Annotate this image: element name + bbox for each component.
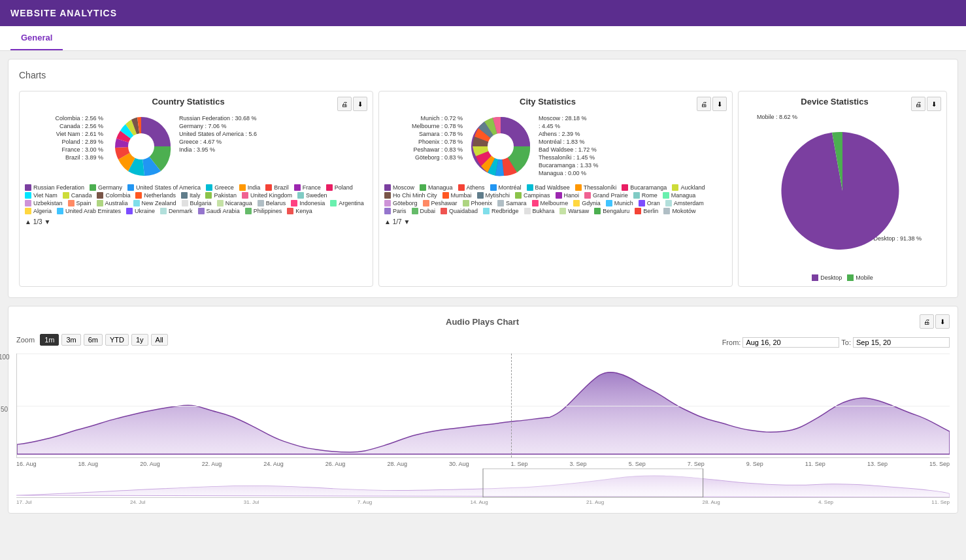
city-chart-actions: 🖨 ⬇ xyxy=(697,97,727,111)
y-label-50: 50 xyxy=(1,406,8,413)
legend-oran: Oran xyxy=(639,200,660,206)
city-legend: Moscow Managua Athens Montréal Bad Walds… xyxy=(384,184,727,214)
device-download-btn[interactable]: ⬇ xyxy=(927,97,941,111)
legend-india: India xyxy=(239,184,261,191)
legend-spain: Spain xyxy=(68,200,92,206)
legend-bukhara: Bukhara xyxy=(524,208,555,214)
legend-ukraine: Ukraine xyxy=(126,208,155,214)
country-label-1: Canada : 2.56 % xyxy=(25,123,103,129)
device-chart-actions: 🖨 ⬇ xyxy=(911,97,941,111)
legend-denmark: Denmark xyxy=(160,208,193,214)
legend-colombia: Colombia xyxy=(97,192,130,199)
country-chart-actions: 🖨 ⬇ xyxy=(337,97,367,111)
device-chart-title: Device Statistics xyxy=(758,97,911,107)
legend-auckland: Auckland xyxy=(672,184,705,191)
country-print-btn[interactable]: 🖨 xyxy=(337,97,352,111)
country-next-btn[interactable]: ▼ xyxy=(44,218,50,225)
legend-indonesia: Indonesia xyxy=(291,200,325,206)
legend-phoenix: Phoenix xyxy=(463,200,493,206)
legend-melbourne: Melbourne xyxy=(532,200,569,206)
country-chart-title: Country Statistics xyxy=(39,97,337,107)
legend-kenya: Kenya xyxy=(287,208,312,214)
legend-philippines: Philippines xyxy=(245,208,282,214)
zoom-all-btn[interactable]: All xyxy=(151,334,168,346)
country-labels-left: Colombia : 2.56 % Canada : 2.56 % Viet N… xyxy=(25,114,103,162)
svg-point-0 xyxy=(128,133,154,159)
zoom-6m-btn[interactable]: 6m xyxy=(84,334,103,346)
city-prev-btn[interactable]: ▲ xyxy=(384,218,391,225)
city-print-btn[interactable]: 🖨 xyxy=(697,97,711,111)
legend-desktop: Desktop xyxy=(812,274,842,281)
country-label-r1: Germany : 7.06 % xyxy=(179,123,258,129)
legend-dubai: Dubai xyxy=(412,208,436,214)
legend-gdynia: Gdynia xyxy=(573,200,601,206)
legend-managua2: Managua xyxy=(663,192,696,199)
top-bar: WEBSITE ANALYTICS xyxy=(0,0,966,26)
zoom-controls: Zoom 1m 3m 6m YTD 1y All xyxy=(16,334,168,346)
legend-algeria: Algeria xyxy=(25,208,52,214)
legend-rome: Rome xyxy=(633,192,658,199)
legend-saudi: Saudi Arabia xyxy=(198,208,240,214)
legend-italy: Italy xyxy=(181,192,201,199)
legend-samara: Samara xyxy=(497,200,527,206)
legend-peshawar: Peshawar xyxy=(423,200,458,206)
country-label-r3: Greece : 4.67 % xyxy=(179,139,258,145)
city-download-btn[interactable]: ⬇ xyxy=(712,97,727,111)
y-label-100: 100 xyxy=(0,354,10,361)
legend-uzbekistan: Uzbekistan xyxy=(25,200,63,206)
legend-moscow: Moscow xyxy=(384,184,414,191)
legend-australia: Australia xyxy=(97,200,128,206)
zoom-1y-btn[interactable]: 1y xyxy=(131,334,148,346)
zoom-1m-btn[interactable]: 1m xyxy=(40,334,59,346)
zoom-3m-btn[interactable]: 3m xyxy=(61,334,80,346)
legend-uae: United Arab Emirates xyxy=(57,208,121,214)
city-chart-title: City Statistics xyxy=(399,97,697,107)
legend-warsaw: Warsaw xyxy=(559,208,589,214)
legend-belarus: Belarus xyxy=(258,200,286,206)
legend-greece: Greece xyxy=(206,184,234,191)
audio-download-btn[interactable]: ⬇ xyxy=(935,314,950,329)
country-chart-box: Country Statistics 🖨 ⬇ Colombia : 2.56 %… xyxy=(19,91,373,287)
audio-chart-panel: Audio Plays Chart 🖨 ⬇ Zoom 1m 3m 6m YTD … xyxy=(8,306,958,514)
legend-mumbai: Mumbai xyxy=(442,192,472,199)
legend-hcmc: Ho Chi Minh City xyxy=(384,192,437,199)
city-next-btn[interactable]: ▼ xyxy=(403,218,410,225)
country-download-btn[interactable]: ⬇ xyxy=(353,97,367,111)
city-pagination: ▲ 1/7 ▼ xyxy=(384,218,727,225)
country-label-5: Brazil : 3.89 % xyxy=(25,154,103,161)
device-legend: Desktop Mobile xyxy=(744,274,941,281)
legend-munich: Munich xyxy=(606,200,633,206)
legend-poland: Poland xyxy=(326,184,353,191)
legend-bengaluru: Bengaluru xyxy=(594,208,629,214)
country-pagination: ▲ ▲ 1/3 ▼ 1/3 ▼ xyxy=(25,218,367,225)
date-from-input[interactable] xyxy=(742,337,839,348)
legend-athens: Athens xyxy=(458,184,485,191)
city-labels-right: Moscow : 28.18 % : 4.45 % Athens : 2.39 … xyxy=(539,114,617,178)
city-labels-left: Munich : 0.72 % Melbourne : 0.78 % Samar… xyxy=(384,114,463,162)
tab-general[interactable]: General xyxy=(10,26,63,50)
zoom-ytd-btn[interactable]: YTD xyxy=(105,334,129,346)
device-print-btn[interactable]: 🖨 xyxy=(911,97,925,111)
legend-redbridge: Redbridge xyxy=(483,208,519,214)
country-label-3: Poland : 2.89 % xyxy=(25,139,103,145)
country-prev-btn[interactable]: ▲ xyxy=(25,218,31,225)
date-to-input[interactable] xyxy=(853,337,950,348)
main-x-labels: 16. Aug 18. Aug 20. Aug 22. Aug 24. Aug … xyxy=(16,459,950,467)
legend-paris: Paris xyxy=(384,208,407,214)
audio-controls-row: Zoom 1m 3m 6m YTD 1y All From: To: xyxy=(16,334,950,351)
legend-france: France xyxy=(294,184,321,191)
city-chart-box: City Statistics 🖨 ⬇ Munich : 0.72 % Melb… xyxy=(378,91,733,287)
legend-campinas: Campinas xyxy=(515,192,550,199)
device-pie-area: Mobile : 8.62 % Desktop : 91.38 % xyxy=(744,114,941,242)
charts-title: Charts xyxy=(19,70,947,80)
legend-russian-federation: Russian Federation xyxy=(25,184,84,191)
legend-montreal: Montréal xyxy=(490,184,522,191)
audio-print-btn[interactable]: 🖨 xyxy=(920,314,934,329)
legend-usa: United States of America xyxy=(127,184,201,191)
legend-argentina: Argentina xyxy=(330,200,364,206)
date-range: From: To: xyxy=(722,337,950,348)
country-label-r2: United States of America : 5.6 xyxy=(179,131,258,137)
city-chart-header: City Statistics 🖨 ⬇ xyxy=(384,97,727,111)
device-pie xyxy=(777,125,908,256)
country-label-0: Colombia : 2.56 % xyxy=(25,115,103,122)
